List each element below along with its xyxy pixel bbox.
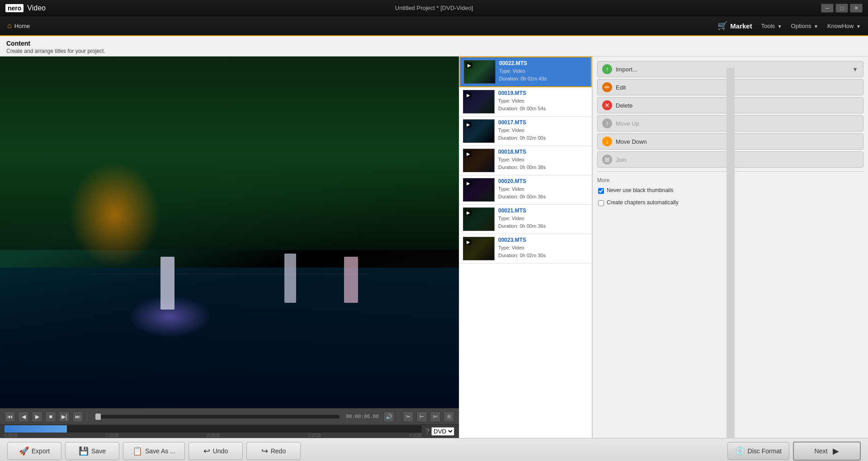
playlist-item-6[interactable]: ▶ 00021.MTS Type: Video Duration: 0h 00m… — [459, 205, 592, 234]
help-icon[interactable]: ? — [425, 428, 429, 436]
playlist-item-3[interactable]: ▶ 00017.MTS Type: Video Duration: 0h 02m… — [459, 117, 592, 146]
knowhow-arrow-icon: ▼ — [856, 24, 861, 29]
section-title: Content — [6, 40, 862, 47]
item-meta-4: Type: Video Duration: 0h 00m 38s — [498, 156, 588, 171]
item-thumbnail-1: ▶ — [464, 60, 495, 84]
timeline-thumb[interactable] — [95, 414, 101, 420]
goto-start-button[interactable]: ⏮ — [5, 411, 15, 422]
nero-logo: nero Video — [5, 4, 46, 12]
home-menu-item[interactable]: ⌂ Home — [7, 22, 30, 30]
item-name-6: 00021.MTS — [498, 207, 588, 214]
options-menu[interactable]: Options ▼ — [791, 23, 818, 29]
save-as-label: Save As ... — [145, 447, 175, 455]
item-name-7: 00023.MTS — [498, 237, 588, 243]
move-up-label: Move Up — [616, 120, 639, 127]
disc-format-label: Disc Format — [748, 447, 782, 455]
save-button[interactable]: 💾 Save — [65, 442, 119, 460]
disc-format-button[interactable]: 💿 Disc Format — [727, 442, 789, 460]
item-meta-3: Type: Video Duration: 0h 02m 00s — [498, 127, 588, 141]
home-label: Home — [14, 23, 30, 29]
play-button[interactable]: ▶ — [32, 411, 42, 422]
export-label: Export — [32, 447, 50, 455]
playlist-item-4[interactable]: ▶ 00018.MTS Type: Video Duration: 0h 00m… — [459, 146, 592, 175]
timeline-scrubber[interactable] — [95, 415, 340, 419]
item-info-1: 00022.MTS Type: Video Duration: 0h 01m 4… — [499, 60, 587, 84]
join-label: Join — [616, 156, 627, 163]
scene-performer-2 — [284, 254, 296, 303]
join-icon: ⊞ — [602, 155, 612, 165]
item-meta-1: Type: Video Duration: 0h 01m 43s — [499, 67, 587, 82]
video-container[interactable] — [0, 56, 459, 408]
item-meta-5: Type: Video Duration: 0h 00m 36s — [498, 185, 588, 200]
knowhow-menu[interactable]: KnowHow ▼ — [827, 23, 861, 29]
item-meta-6: Type: Video Duration: 0h 00m 36s — [498, 215, 588, 230]
item-info-7: 00023.MTS Type: Video Duration: 0h 02m 3… — [498, 237, 588, 260]
playlist-scroll[interactable]: ▶ 00022.MTS Type: Video Duration: 0h 01m… — [459, 56, 592, 438]
menubar: ⌂ Home 🛒 Market Tools ▼ Options ▼ KnowHo… — [0, 16, 868, 36]
product-name: Video — [27, 4, 46, 12]
playlist-scrollbar — [726, 68, 735, 438]
import-icon: ↑ — [602, 64, 612, 74]
label-1gb: 1.0GB — [106, 433, 118, 438]
thumb-icon-5: ▶ — [465, 180, 472, 186]
import-arrow-icon: ▼ — [852, 66, 859, 73]
thumb-icon-3: ▶ — [465, 122, 472, 127]
next-icon: ▶ — [833, 446, 839, 456]
bottom-bar: 🚀 Export 💾 Save 📋 Save As ... ↩ Undo ↪ R… — [0, 438, 868, 461]
tools-menu[interactable]: Tools ▼ — [761, 23, 782, 29]
save-as-button[interactable]: 📋 Save As ... — [123, 442, 185, 460]
market-icon: 🛒 — [717, 21, 727, 31]
item-info-6: 00021.MTS Type: Video Duration: 0h 00m 3… — [498, 207, 588, 231]
next-button[interactable]: Next ▶ — [793, 442, 861, 461]
disc-icon: 💿 — [735, 446, 745, 456]
export-icon: 🚀 — [19, 446, 29, 456]
step-back-button[interactable]: ◀ — [18, 411, 29, 422]
create-chapters-checkbox[interactable] — [598, 200, 604, 206]
move-down-icon: ↓ — [602, 136, 612, 146]
restore-button[interactable]: □ — [835, 4, 848, 13]
controls-separator — [87, 413, 88, 421]
goto-end-button[interactable]: ⏭ — [72, 411, 83, 422]
create-chapters-label: Create chapters automatically — [607, 199, 679, 206]
market-label: Market — [730, 22, 752, 30]
item-thumbnail-6: ▶ — [463, 207, 495, 231]
market-button[interactable]: 🛒 Market — [717, 21, 752, 31]
disc-format-select[interactable]: DVD — [431, 427, 454, 436]
volume-button[interactable]: 🔊 — [383, 411, 394, 422]
undo-button[interactable]: ↩ Undo — [189, 442, 243, 460]
playlist-item-2[interactable]: ▶ 00019.MTS Type: Video Duration: 0h 00m… — [459, 87, 592, 117]
scene-performer-1 — [160, 257, 174, 310]
stop-button[interactable]: ■ — [45, 411, 56, 422]
redo-button[interactable]: ↪ Redo — [246, 442, 301, 460]
playlist-item-7[interactable]: ▶ 00023.MTS Type: Video Duration: 0h 02m… — [459, 234, 592, 263]
trim-tool-button[interactable]: ✂ — [403, 411, 414, 422]
export-button[interactable]: 🚀 Export — [7, 442, 61, 460]
save-icon: 💾 — [79, 446, 89, 456]
split-button[interactable]: ⊢ — [416, 411, 427, 422]
titlebar: nero Video Untitled Project * [DVD-Video… — [0, 0, 868, 16]
minimize-button[interactable]: ─ — [821, 4, 834, 13]
home-icon: ⌂ — [7, 22, 12, 30]
label-0gb: 0.0GB — [5, 433, 17, 438]
video-panel: ⏮ ◀ ▶ ■ ▶| ⏭ 00:00:00.00 🔊 ✂ ⊢ ✄ ⎘ — [0, 56, 459, 438]
cut-button[interactable]: ✄ — [430, 411, 441, 422]
item-name-3: 00017.MTS — [498, 119, 588, 126]
paste-button[interactable]: ⎘ — [443, 411, 454, 422]
never-black-thumb-checkbox[interactable] — [598, 188, 604, 194]
playlist-item-1[interactable]: ▶ 00022.MTS Type: Video Duration: 0h 01m… — [459, 56, 592, 87]
close-button[interactable]: ✕ — [850, 4, 863, 13]
storage-bar — [5, 425, 422, 433]
undo-label: Undo — [213, 447, 228, 455]
tools-arrow-icon: ▼ — [778, 24, 782, 29]
step-forward-button[interactable]: ▶| — [59, 411, 70, 422]
label-3gb: 3.0GB — [308, 433, 321, 438]
item-thumbnail-5: ▶ — [463, 178, 495, 202]
item-meta-7: Type: Video Duration: 0h 02m 30s — [498, 244, 588, 259]
timeline-ruler: 0.0GB 1.0GB 2.0GB 3.0GB 4.0GB ? DVD — [0, 424, 459, 438]
menu-right: 🛒 Market Tools ▼ Options ▼ KnowHow ▼ — [717, 21, 861, 31]
titlebar-left: nero Video — [5, 4, 46, 12]
item-thumbnail-3: ▶ — [463, 119, 495, 143]
playlist-item-5[interactable]: ▶ 00020.MTS Type: Video Duration: 0h 00m… — [459, 175, 592, 205]
scene-performer-3 — [344, 257, 358, 302]
item-name-4: 00018.MTS — [498, 149, 588, 155]
